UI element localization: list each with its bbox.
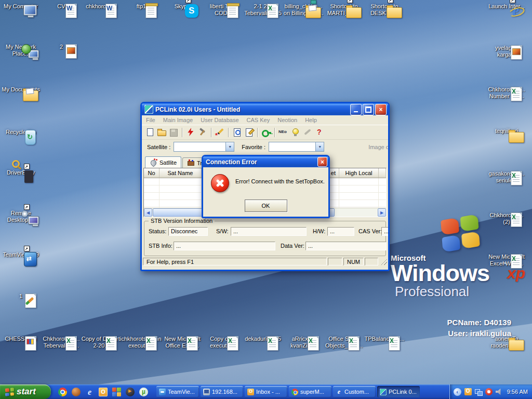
connect-button[interactable]: [185, 127, 196, 137]
desktop-icon-yvelageri[interactable]: yvelageri karga...: [486, 45, 527, 58]
ok-button[interactable]: OK: [245, 200, 287, 212]
stb-info-label: STB Info:: [149, 243, 172, 249]
desktop-icon-1[interactable]: 1: [1, 293, 41, 300]
menu-main-image[interactable]: Main Image: [163, 117, 193, 123]
menu-help[interactable]: Help: [305, 117, 317, 123]
desktop-icon-tpbalance[interactable]: TPBalanceDe...: [364, 336, 405, 342]
upgrade-button[interactable]: [215, 127, 225, 137]
task-teamviewer[interactable]: TeamVie...: [156, 386, 199, 397]
desktop-icon-chess-djvu[interactable]: CHESS.djvu: [1, 336, 41, 342]
open-file-button[interactable]: [156, 127, 167, 137]
desktop-icon-skype[interactable]: Skype: [162, 3, 203, 10]
desktop-icon-dekaduri[interactable]: dekaduri 2015: [243, 336, 283, 342]
satellite-combobox[interactable]: ▼: [174, 142, 234, 152]
task-pclink[interactable]: PCLink 0...: [377, 386, 420, 397]
remote-desktop-icon: [203, 389, 210, 395]
desktop-icon-billing-share[interactable]: billing_chkho... on Billing Chk...: [283, 3, 324, 17]
maximize-button[interactable]: [363, 104, 374, 115]
desktop-icon-drivereasy[interactable]: DriverEasy: [1, 169, 41, 176]
desktop-icon-recycle-bin[interactable]: Recycle Bin: [1, 129, 41, 136]
task-remote-192[interactable]: 192.168...: [201, 386, 243, 397]
help-button[interactable]: [314, 127, 325, 137]
status-num-indicator: NUM: [343, 258, 364, 265]
tip-button[interactable]: [290, 127, 301, 137]
connection-error-dialog: Connection Error × Error! Connect with t…: [202, 155, 330, 218]
desktop-icon-office-serial[interactable]: Office Serial Objects_Chk...: [324, 336, 364, 349]
sign-button[interactable]: [302, 127, 313, 137]
desktop-icon-chkhorotsku[interactable]: chkhorotsku: [81, 3, 122, 10]
desktop-icon-gasakoreqtir[interactable]: gasakoreqtir... seriulebi: [486, 170, 527, 184]
pclink-titlebar[interactable]: PCLink 02.0i Users - Untitled ×: [142, 103, 388, 115]
desktop-icon-my-network-places[interactable]: My Network Places: [1, 44, 41, 57]
column-no[interactable]: No: [144, 168, 159, 178]
desktop-icon-chkh-in-executio[interactable]: chkhorotsku_ in executio...: [121, 336, 162, 349]
chevron-down-icon[interactable]: ▼: [225, 142, 234, 152]
desktop-icon-my-computer[interactable]: My Computer: [1, 3, 41, 10]
dialog-titlebar[interactable]: Connection Error ×: [203, 156, 328, 167]
media-player-icon[interactable]: [126, 388, 135, 396]
close-button[interactable]: ×: [375, 104, 387, 115]
shortcut-arrow-icon: [347, 0, 353, 3]
edit-button[interactable]: [244, 127, 255, 137]
desktop-icon-cv[interactable]: CV: [41, 3, 82, 10]
desktop-icon-new-ms-office[interactable]: New Microsoft Office Exce...: [162, 336, 203, 349]
desktop-icon-launch-internet[interactable]: Launch Inter...: [486, 3, 527, 10]
favorite-combobox[interactable]: ▼: [269, 142, 324, 152]
network-tray-icon[interactable]: [475, 388, 482, 395]
task-inbox[interactable]: Inbox - ...: [245, 386, 287, 397]
minimize-button[interactable]: [350, 104, 362, 115]
chrome-icon[interactable]: [58, 388, 67, 396]
menu-neotion[interactable]: Neotion: [277, 117, 297, 123]
resize-grip[interactable]: [380, 258, 387, 265]
menu-cas-key[interactable]: CAS Key: [247, 117, 270, 123]
scroll-right-icon[interactable]: ▶: [378, 208, 386, 217]
browser-globe-icon[interactable]: [72, 388, 81, 396]
dialog-close-button[interactable]: ×: [317, 157, 327, 167]
taskbar: start TeamVie... 192.168... Inbox - ... …: [0, 384, 532, 399]
tray-chevron-icon[interactable]: [454, 388, 461, 396]
cas-key-button[interactable]: [261, 127, 272, 137]
desktop-icon-ftp1[interactable]: ftp1: [121, 3, 162, 10]
windows-icon[interactable]: [112, 388, 121, 396]
xp-wordmark: xp: [507, 264, 525, 282]
start-button[interactable]: start: [0, 384, 51, 399]
outlook-tray-icon[interactable]: [464, 388, 472, 395]
task-custom[interactable]: Custom...: [333, 386, 376, 397]
preview-button[interactable]: [232, 127, 243, 137]
desktop-icon-tebervali-2015[interactable]: 2-1 2-2 Tebervali 2015: [243, 3, 283, 17]
chevron-down-icon[interactable]: ▼: [315, 142, 324, 152]
status-pane-blank1: [328, 258, 342, 265]
desktop-icon-liberti-tan-code[interactable]: liberti TAN CODE: [203, 3, 243, 17]
desktop-icon-2[interactable]: 2: [41, 44, 82, 50]
outlook-icon[interactable]: [99, 388, 108, 396]
desktop-icon-remote-desktop[interactable]: Remote Desktop ...: [1, 210, 41, 223]
menu-file[interactable]: File: [146, 117, 155, 123]
desktop-icon-chkh-number[interactable]: Chkhorotsku... Number & T...: [486, 86, 527, 100]
desktop-icon-copy-of-in[interactable]: Copy of in executio...: [203, 336, 243, 349]
scroll-left-icon[interactable]: ◀: [144, 208, 152, 217]
user-name-text: User: irakli.gulua: [447, 328, 511, 339]
antivirus-tray-icon[interactable]: [485, 388, 493, 395]
setup-button[interactable]: [197, 127, 208, 137]
desktop-icon-my-documents[interactable]: My Documents: [1, 86, 41, 93]
task-superm[interactable]: superM...: [289, 386, 331, 397]
column-sat-name[interactable]: Sat Name: [159, 168, 202, 178]
tab-satellite[interactable]: Satllite: [145, 156, 181, 168]
desktop-icon-chkh-tebervali[interactable]: Chkhorotsku... Tebervali 20...: [41, 336, 82, 349]
desktop-icon-teamviewer[interactable]: TeamViewer 9: [1, 251, 41, 258]
column-high-local[interactable]: High Local: [339, 168, 379, 178]
stb-info-value: ...: [174, 242, 275, 250]
desktop-icon-shortcut-desktop[interactable]: Shortcut to DESKTO...: [364, 3, 405, 17]
neotion-button[interactable]: [278, 127, 289, 137]
new-file-button[interactable]: [144, 127, 155, 137]
desktop-icon-teqnilkuri[interactable]: teqnilkuri: [486, 128, 527, 135]
volume-tray-icon[interactable]: [496, 388, 503, 395]
desktop-icon-arricxvis[interactable]: aRricxvis kvanZis ...: [283, 336, 324, 349]
desktop-icon-copy-danarti[interactable]: Copy of Danarti 2-20...: [81, 336, 122, 349]
shortcut-arrow-icon: [185, 0, 191, 3]
desktop-icon-shortcut-marti[interactable]: Shortcut to MARTI_2015: [324, 3, 364, 17]
save-file-button[interactable]: [168, 127, 179, 137]
internet-explorer-icon[interactable]: [85, 388, 94, 396]
menu-user-database[interactable]: User Database: [201, 117, 238, 123]
utorrent-icon[interactable]: [139, 388, 148, 396]
